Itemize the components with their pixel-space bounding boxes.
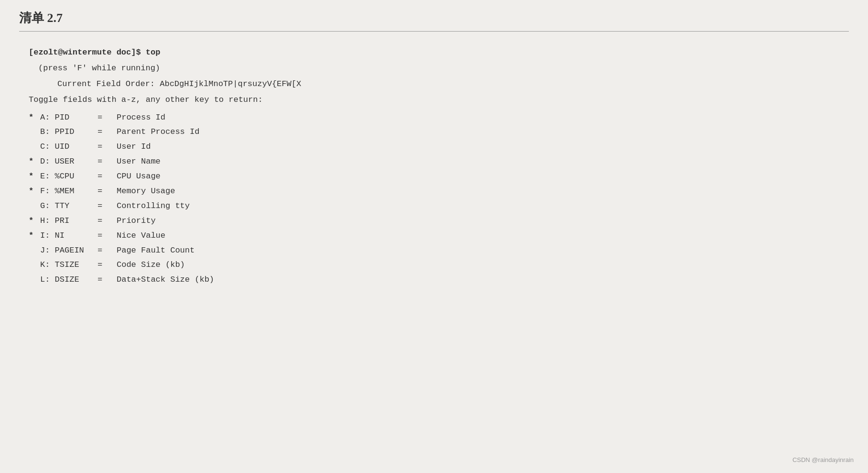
field-key: C: UID [40,140,98,154]
field-key: F: %MEM [40,185,98,198]
prompt-line: [ezolt@wintermute doc]$ top [29,46,839,60]
field-equals: = [98,214,117,228]
field-row: *E: %CPU = CPU Usage [29,170,839,184]
field-star: * [29,214,38,228]
note-text: (press 'F' while running) [38,62,160,76]
field-key: G: TTY [40,199,98,213]
field-value: Code Size (kb) [117,258,185,272]
field-key: D: USER [40,155,98,169]
field-order-text: Current Field Order: AbcDgHIjklMnoTP|qrs… [57,77,301,91]
field-key: B: PPID [40,125,98,139]
field-row: J: PAGEIN = Page Fault Count [29,244,839,258]
field-star: * [29,155,38,169]
field-equals: = [98,273,117,287]
field-row: G: TTY = Controlling tty [29,199,839,213]
field-row: K: TSIZE = Code Size (kb) [29,258,839,272]
field-equals: = [98,170,117,184]
field-row: *H: PRI = Priority [29,214,839,228]
field-star: * [29,185,38,198]
fields-container: *A: PID = Process Id B: PPID = Parent Pr… [29,111,839,287]
field-row: L: DSIZE = Data+Stack Size (kb) [29,273,839,287]
field-equals: = [98,244,117,258]
toggle-line: Toggle fields with a-z, any other key to… [29,93,839,107]
watermark: CSDN @raindayinrain [792,456,854,463]
field-value: Process Id [117,111,165,125]
toggle-text: Toggle fields with a-z, any other key to… [29,93,263,107]
field-order-line: Current Field Order: AbcDgHIjklMnoTP|qrs… [57,77,839,91]
field-value: User Id [117,140,151,154]
field-equals: = [98,111,117,125]
field-value: CPU Usage [117,170,161,184]
field-key: K: TSIZE [40,258,98,272]
field-equals: = [98,258,117,272]
field-key: J: PAGEIN [40,244,98,258]
prompt-text: [ezolt@wintermute doc]$ top [29,46,160,60]
field-row: B: PPID = Parent Process Id [29,125,839,139]
field-value: Controlling tty [117,199,190,213]
field-value: User Name [117,155,161,169]
field-value: Data+Stack Size (kb) [117,273,214,287]
field-equals: = [98,199,117,213]
field-equals: = [98,229,117,243]
field-key: I: NI [40,229,98,243]
field-key: E: %CPU [40,170,98,184]
field-value: Priority [117,214,156,228]
field-row: C: UID = User Id [29,140,839,154]
field-row: *D: USER = User Name [29,155,839,169]
note-line: (press 'F' while running) [38,62,839,76]
field-value: Parent Process Id [117,125,199,139]
field-star: * [29,170,38,184]
field-row: *F: %MEM = Memory Usage [29,185,839,198]
field-row: *I: NI = Nice Value [29,229,839,243]
field-equals: = [98,155,117,169]
title-section: 清单 2.7 [19,10,849,32]
field-star: * [29,111,38,125]
content-area: [ezolt@wintermute doc]$ top (press 'F' w… [19,41,849,293]
field-equals: = [98,125,117,139]
page-title: 清单 2.7 [19,11,63,25]
field-value: Memory Usage [117,185,175,198]
page-container: 清单 2.7 [ezolt@wintermute doc]$ top (pres… [0,0,868,302]
field-equals: = [98,140,117,154]
field-key: A: PID [40,111,98,125]
field-row: *A: PID = Process Id [29,111,839,125]
field-equals: = [98,185,117,198]
field-key: H: PRI [40,214,98,228]
field-key: L: DSIZE [40,273,98,287]
field-value: Page Fault Count [117,244,195,258]
field-star: * [29,229,38,243]
field-value: Nice Value [117,229,165,243]
